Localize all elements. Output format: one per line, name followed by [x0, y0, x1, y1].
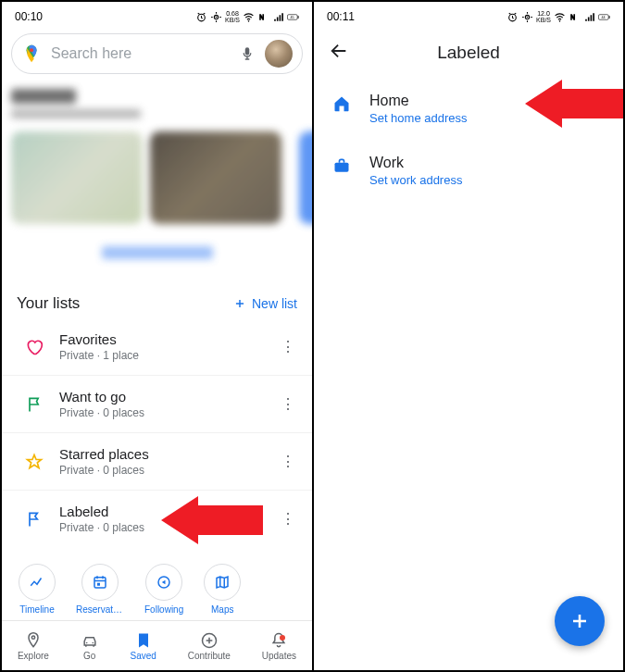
svg-point-12	[86, 641, 88, 643]
list-sub: Private · 0 places	[59, 521, 279, 534]
heart-icon	[25, 338, 44, 356]
chip-row: Timeline Reservations Following Maps	[2, 547, 312, 615]
status-bar: 00:10 0.68KB/S 45	[2, 2, 312, 28]
location-icon	[210, 11, 222, 23]
volte-icon	[569, 11, 581, 23]
timeline-icon	[29, 574, 45, 591]
nav-updates[interactable]: Updates	[262, 631, 296, 661]
following-icon	[156, 574, 172, 591]
status-time: 00:11	[327, 10, 355, 23]
volte-icon	[257, 11, 269, 23]
more-icon[interactable]: ⋮	[279, 510, 297, 528]
svg-rect-22	[335, 163, 349, 172]
bookmark-icon	[134, 631, 153, 650]
list-sub: Private · 1 place	[59, 349, 279, 362]
blurred-content	[2, 80, 312, 281]
list-title: Want to go	[59, 389, 279, 404]
new-list-button[interactable]: New list	[233, 296, 297, 311]
map-icon	[214, 574, 231, 591]
pin-icon	[24, 631, 43, 650]
list-favorites[interactable]: FavoritesPrivate · 1 place ⋮	[2, 318, 312, 376]
google-maps-icon	[21, 44, 42, 64]
avatar[interactable]	[265, 40, 293, 68]
list-sub: Private · 0 places	[59, 464, 279, 477]
data-speed: 12.0KB/S	[536, 10, 551, 23]
nav-saved[interactable]: Saved	[131, 631, 156, 661]
svg-point-17	[527, 16, 529, 18]
list-sub: Private · 0 places	[59, 406, 279, 419]
plus-icon	[569, 610, 591, 632]
bottom-nav: Explore Go Saved Contribute Updates	[2, 620, 312, 670]
labeled-sub: Set home address	[369, 111, 468, 125]
status-icons: 0.68KB/S 45	[195, 10, 299, 23]
status-icons: 12.0KB/S 44	[506, 10, 610, 23]
search-placeholder: Search here	[51, 45, 230, 62]
svg-point-2	[216, 16, 218, 18]
labeled-home[interactable]: HomeSet home address	[314, 78, 623, 140]
svg-rect-9	[97, 583, 100, 586]
more-icon[interactable]: ⋮	[279, 395, 297, 413]
page-title: Labeled	[329, 43, 608, 63]
nav-explore[interactable]: Explore	[18, 631, 49, 661]
bell-icon	[269, 631, 288, 650]
car-icon	[81, 631, 99, 650]
plus-circle-icon	[200, 631, 219, 650]
wifi-icon	[554, 11, 566, 23]
svg-text:45: 45	[291, 16, 294, 19]
labeled-title: Home	[369, 93, 468, 109]
list-title: Starred places	[59, 446, 279, 462]
alarm-icon	[506, 11, 519, 23]
labeled-work[interactable]: WorkSet work address	[314, 140, 623, 202]
red-arrow-annotation	[525, 80, 624, 128]
chip-maps[interactable]: Maps	[204, 564, 241, 615]
status-time: 00:10	[15, 10, 43, 23]
more-icon[interactable]: ⋮	[279, 453, 297, 470]
list-title: Favorites	[59, 331, 279, 347]
screen-labeled: 00:11 12.0KB/S 44 Labeled HomeSet home a…	[313, 1, 624, 671]
svg-point-3	[248, 20, 250, 22]
data-speed: 0.68KB/S	[225, 10, 240, 23]
list-starred[interactable]: Starred placesPrivate · 0 places ⋮	[2, 433, 312, 491]
status-bar: 00:11 12.0KB/S 44	[314, 2, 623, 28]
list-want-to-go[interactable]: Want to goPrivate · 0 places ⋮	[2, 376, 312, 433]
svg-rect-5	[298, 16, 299, 19]
signal-icon	[272, 11, 284, 23]
svg-rect-20	[609, 16, 610, 19]
mic-icon[interactable]	[239, 45, 256, 62]
chip-following[interactable]: Following	[144, 564, 183, 615]
location-icon	[521, 11, 533, 23]
labeled-header: Labeled	[314, 28, 623, 78]
plus-icon	[233, 297, 246, 310]
svg-point-13	[92, 641, 94, 643]
chip-timeline[interactable]: Timeline	[19, 564, 56, 615]
briefcase-icon	[332, 156, 351, 175]
list-title: Labeled	[59, 504, 279, 519]
labeled-sub: Set work address	[369, 173, 462, 187]
nav-go[interactable]: Go	[81, 631, 99, 661]
chip-reservations[interactable]: Reservations	[76, 564, 124, 615]
svg-point-7	[30, 48, 33, 52]
star-icon	[25, 453, 44, 471]
list-labeled[interactable]: LabeledPrivate · 0 places ⋮	[2, 491, 312, 547]
signal-icon	[583, 11, 595, 23]
more-icon[interactable]: ⋮	[279, 338, 297, 355]
search-bar[interactable]: Search here	[11, 33, 303, 74]
wifi-icon	[243, 11, 255, 23]
flag-icon	[25, 395, 44, 414]
home-icon	[332, 94, 351, 113]
svg-rect-8	[94, 578, 106, 588]
nav-contribute[interactable]: Contribute	[188, 631, 231, 661]
svg-point-18	[559, 20, 561, 22]
svg-text:44: 44	[602, 16, 606, 19]
fab-add[interactable]	[555, 596, 605, 646]
screen-saved: 00:10 0.68KB/S 45 Search here Your lists…	[1, 1, 313, 671]
notification-dot	[280, 635, 285, 641]
labeled-title: Work	[369, 155, 462, 171]
battery-icon: 44	[598, 11, 610, 23]
label-flag-icon	[25, 510, 44, 529]
alarm-icon	[195, 11, 207, 23]
your-lists-header: Your lists New list	[2, 281, 312, 318]
battery-icon: 45	[287, 11, 299, 23]
calendar-icon	[92, 574, 108, 591]
svg-point-11	[31, 636, 34, 639]
